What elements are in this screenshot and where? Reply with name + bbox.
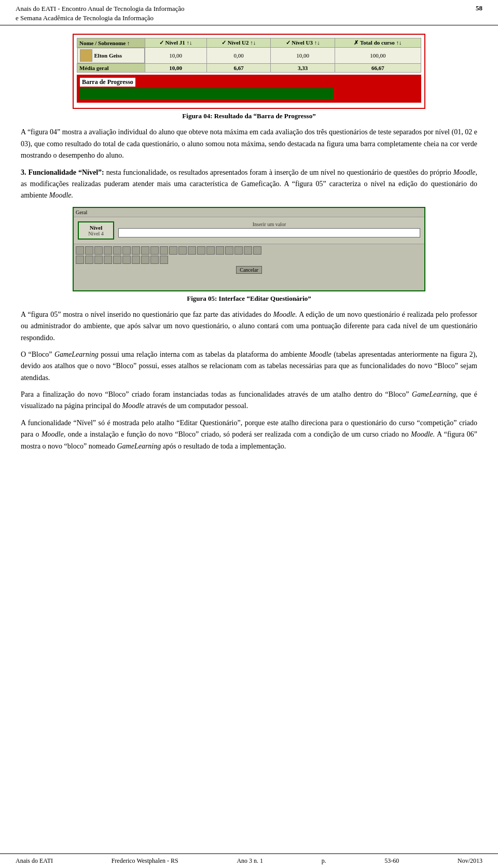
fig05-input-label: Inserir um valor: [118, 221, 420, 227]
fig05-icon22: [85, 256, 93, 264]
col-header-n3: ✓ Nível U3 ↑↓: [271, 38, 335, 48]
para6c-text: através de um computador pessoal.: [146, 402, 248, 410]
fig05-icon19: [244, 246, 252, 255]
para5-start: O “Bloco”: [21, 351, 52, 358]
fig05-icon1: [76, 246, 84, 255]
student-n2: 0,00: [206, 48, 270, 64]
fig05-content: Nível Nível 4 Inserir um valor: [74, 217, 424, 244]
fig05-icon20: [253, 246, 261, 255]
gamelearning-italic-3: GameLearning: [117, 442, 161, 450]
col-header-name: Nome / Sobrenome ↑: [77, 38, 145, 48]
footer-date: Nov/2013: [458, 857, 482, 865]
figure05-wrapper: Geral Nível Nível 4 Inserir um valor: [21, 207, 477, 291]
page-wrapper: Anais do EATI - Encontro Anual de Tecnol…: [0, 0, 498, 868]
fig05-icon27: [132, 256, 140, 264]
avg-label: Média geral: [77, 64, 145, 73]
fig05-icon5: [113, 246, 121, 255]
fig05-icon13: [188, 246, 196, 255]
progress-bar-section: Barra de Progresso: [77, 75, 421, 103]
fig05-icon18: [234, 246, 243, 255]
fig05-bottom-bar: Cancelar: [74, 244, 424, 290]
paragraph6-block: Para a finalização do novo “Bloco” criad…: [21, 389, 477, 412]
col-header-total: ✗ Total do curso ↑↓: [335, 38, 421, 48]
paragraph5-block: O “Bloco” GameLearning possui uma relaçã…: [21, 349, 477, 384]
moodle-italic-1: Moodle,: [453, 169, 477, 176]
fig05-icon21: [76, 256, 84, 264]
moodle-italic-6: Moodle,: [42, 430, 65, 438]
student-name: Elton Geiss: [77, 48, 145, 63]
fig05-icon7: [132, 246, 140, 255]
fig05-input-field: [118, 228, 420, 237]
para3-text: A “figura 05” mostra o nível inserido no…: [21, 311, 271, 318]
gamelearning-italic-2: GameLearning,: [412, 390, 458, 398]
fig05-icon6: [122, 246, 131, 255]
fig05-icon12: [178, 246, 187, 255]
footer-pages: 53-60: [384, 857, 399, 865]
fig05-nivel-sub: Nível 4: [83, 231, 109, 236]
footer-center: Frederico Westphalen - RS: [112, 857, 178, 865]
progress-bar-label: Barra de Progresso: [80, 78, 135, 87]
footer-left: Anais do EATI: [16, 857, 53, 865]
fig05-icon11: [169, 246, 177, 255]
fig05-icon30: [160, 256, 168, 264]
figure04-caption: Figura 04: Resultado da “Barra de Progre…: [21, 112, 477, 120]
fig05-toolbar: Geral: [74, 208, 424, 217]
fig05-input-area: Inserir um valor: [118, 221, 420, 240]
fig05-icon15: [206, 246, 215, 255]
fig05-icon10: [160, 246, 168, 255]
avg-n3: 3,33: [271, 64, 335, 73]
moodle-italic-7: Moodle.: [411, 430, 435, 438]
header-line1: Anais do EATI - Encontro Anual de Tecnol…: [16, 4, 185, 13]
section3-label: 3.: [21, 169, 26, 176]
fig05-icon24: [104, 256, 112, 264]
fig05-icon23: [94, 256, 103, 264]
paragraph3-block: A “figura 05” mostra o nível inserido no…: [21, 309, 477, 344]
col-header-n2: ✓ Nível U2 ↑↓: [206, 38, 270, 48]
fig05-icon3: [94, 246, 103, 255]
progress-bar-track: [80, 88, 334, 100]
para5-mid: possui uma relação interna com as tabela…: [101, 351, 307, 358]
fig05-icon2: [85, 246, 93, 255]
fig05-icon4: [104, 246, 112, 255]
paragraph1: A “figura 04” mostra a avaliação individ…: [21, 127, 477, 161]
fig05-toolbar-text: Geral: [76, 209, 87, 215]
header-line2: e Semana Acadêmica de Tecnologia da Info…: [16, 13, 185, 23]
moodle-italic-3: Moodle.: [273, 311, 297, 318]
para2b-text: as modificações realizadas puderam atend…: [21, 180, 477, 199]
page-footer: Anais do EATI Frederico Westphalen - RS …: [0, 853, 498, 868]
paragraph-section3: 3. Funcionalidade “Nível”: nesta funcion…: [21, 167, 477, 202]
figure05-caption: Figura 05: Interface “Editar Questionári…: [21, 295, 477, 303]
figure04-container: Nome / Sobrenome ↑ ✓ Nível J1 ↑↓ ✓ Nível…: [73, 34, 425, 109]
fig05-icon8: [141, 246, 149, 255]
fig05-icon28: [141, 256, 149, 264]
fig05-icon-row1: [76, 246, 422, 255]
para6-text: Para a finalização do novo “Bloco” criad…: [21, 390, 409, 398]
student-total: 100,00: [335, 48, 421, 64]
main-content: Nome / Sobrenome ↑ ✓ Nível J1 ↑↓ ✓ Nível…: [0, 25, 498, 853]
footer-p: p.: [322, 857, 326, 865]
footer-year: Ano 3 n. 1: [237, 857, 263, 865]
fig05-icon29: [150, 256, 159, 264]
fig05-icon9: [150, 246, 159, 255]
avg-total: 66,67: [335, 64, 421, 73]
page-header: Anais do EATI - Encontro Anual de Tecnol…: [0, 0, 498, 25]
moodle-italic-2: Moodle.: [49, 191, 73, 199]
para1-text: A “figura 04” mostra a avaliação individ…: [21, 128, 477, 159]
fig05-icon17: [225, 246, 233, 255]
student-n3: 10,00: [271, 48, 335, 64]
moodle-italic-5: Moodle: [122, 402, 145, 410]
col-header-n1: ✓ Nível J1 ↑↓: [145, 38, 206, 48]
fig05-save-btn-area: Cancelar: [76, 265, 422, 274]
avg-n2: 6,67: [206, 64, 270, 73]
section3-title: Funcionalidade “Nível”:: [28, 169, 104, 176]
moodle-italic-4: Moodle: [309, 351, 331, 358]
student-n1: 10,00: [145, 48, 206, 64]
para7d-text: após o resultado de toda a implementação…: [163, 442, 286, 450]
fig05-icon14: [197, 246, 205, 255]
avg-n1: 10,00: [145, 64, 206, 73]
fig05-icon25: [113, 256, 121, 264]
fig05-save-btn[interactable]: Cancelar: [236, 266, 262, 274]
fig05-icon26: [122, 256, 131, 264]
para2-text: nesta funcionalidade, os resultados apre…: [106, 169, 451, 176]
figure04-table: Nome / Sobrenome ↑ ✓ Nível J1 ↑↓ ✓ Nível…: [77, 38, 421, 73]
